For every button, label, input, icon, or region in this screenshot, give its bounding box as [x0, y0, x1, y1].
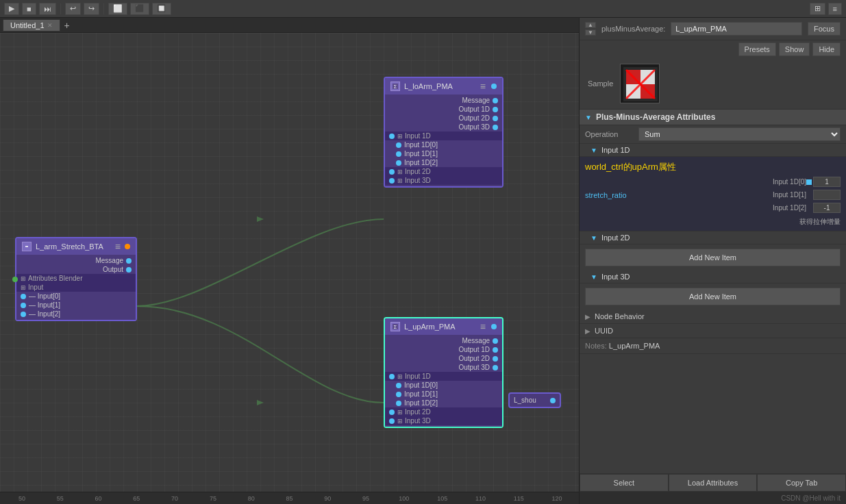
top-toolbar: ▶ ■ ⏭ ↩ ↪ ⬜ ⬛ 🔲 ⊞ ≡: [0, 0, 846, 18]
node-menu-loarm[interactable]: ≡: [480, 81, 486, 92]
port-row-in1d0-loarm: Input 1D[0]: [385, 140, 502, 149]
port-row-in1d1-uparm: Input 1D[1]: [385, 390, 502, 399]
arrow-up-btn[interactable]: ▲: [585, 22, 596, 28]
ruler-65: 65: [117, 495, 155, 502]
port-in3d-sect-uparm: [389, 418, 395, 424]
operation-row: Operation Sum Subtract Average: [580, 125, 846, 144]
port-label-in1d2-uparm: Input 1D[2]: [404, 399, 438, 407]
bottom-btns: Select Load Attributes Copy Tab: [580, 473, 846, 492]
section-input2d-uparm: ⊞ Input 2D: [385, 407, 502, 416]
select-btn[interactable]: Select: [580, 474, 669, 492]
toolbar-btn-8[interactable]: 🔲: [152, 3, 171, 15]
operation-select[interactable]: Sum Subtract Average: [638, 127, 841, 141]
input-1d-field-0[interactable]: [813, 177, 841, 187]
panel-field-input[interactable]: [671, 22, 802, 36]
input-1d-row-1: Input 1D[1]: [773, 189, 841, 201]
port-lshou: [550, 398, 556, 403]
subsection-3d-triangle: ▼: [590, 273, 597, 281]
subsection-1d-label: Input 1D: [601, 146, 630, 154]
section-icon-1d-uparm: ⊞: [397, 373, 403, 380]
port-row-out3d-uparm: Output 3D: [385, 363, 502, 372]
ruler-90: 90: [308, 495, 347, 502]
section-input3d-uparm: ⊞ Input 3D: [385, 416, 502, 425]
main-area: Untitled_1 ✕ +: [0, 18, 846, 504]
section-icon-input: ⊞: [21, 284, 26, 291]
port-row-out1d-loarm: Output 1D: [385, 105, 502, 114]
tab-bar: Untitled_1 ✕ +: [0, 18, 579, 33]
node-uparm-body: Message Output 1D Output 2D Output: [385, 335, 502, 427]
uuid-header[interactable]: ▶ UUID: [580, 324, 846, 338]
annotation-text: 获得拉伸增量: [799, 216, 841, 227]
sample-thumb: [620, 64, 660, 103]
port-in2d-sect-loarm: [389, 169, 395, 175]
port-in1d-sect-loarm: [389, 134, 395, 139]
presets-btn[interactable]: Presets: [738, 42, 776, 56]
node-menu-uparm[interactable]: ≡: [480, 321, 486, 332]
port-in1d2-dot-loarm: [396, 160, 401, 166]
add-new-item-btn-2d[interactable]: Add New Item: [585, 249, 841, 266]
section-icon-attr: ⊞: [21, 275, 26, 282]
ruler-55: 55: [41, 495, 79, 502]
subsection-input3d[interactable]: ▼ Input 3D: [580, 270, 846, 284]
tab-untitled1[interactable]: Untitled_1 ✕: [3, 19, 60, 32]
section-input1d-loarm: ⊞ Input 1D: [385, 131, 502, 140]
port-left-stretch: [12, 277, 18, 282]
show-btn[interactable]: Show: [779, 42, 810, 56]
toolbar-btn-5[interactable]: ↪: [84, 3, 99, 15]
node-loarm-pma[interactable]: Σ L_loArm_PMA ≡ Message Output 1D: [384, 77, 503, 188]
node-uparm-pma[interactable]: Σ L_upArm_PMA ≡ Message Output 1D: [384, 317, 503, 428]
subsection-input2d[interactable]: ▼ Input 2D: [580, 231, 846, 244]
port-label-in1d0-uparm: Input 1D[0]: [404, 381, 438, 389]
input-1d-label-1: Input 1D[1]: [773, 191, 806, 199]
toolbar-btn-3[interactable]: ⏭: [39, 3, 56, 15]
input-1d-val-0-container: [806, 177, 841, 187]
port-label-msg-uparm: Message: [462, 337, 490, 344]
canvas-wrapper: Untitled_1 ✕ +: [0, 18, 579, 504]
input-1d-field-2[interactable]: [813, 203, 841, 213]
input-1d-val-1-container: [813, 190, 841, 200]
toolbar-btn-4[interactable]: ↩: [65, 3, 81, 15]
node-menu-stretch[interactable]: ≡: [115, 241, 121, 252]
focus-btn[interactable]: Focus: [808, 22, 841, 36]
input-1d-field-1[interactable]: [813, 190, 841, 200]
hide-btn[interactable]: Hide: [812, 42, 841, 56]
port-label-out3d-uparm: Output 3D: [458, 364, 490, 371]
node-icon-loarm: Σ: [390, 81, 400, 91]
node-uparm-header: Σ L_upArm_PMA ≡: [385, 318, 502, 335]
attr-section-label: Plus-Minus-Average Attributes: [596, 112, 715, 122]
port-label-out2d-uparm: Output 2D: [458, 355, 490, 362]
tab-label: Untitled_1: [10, 21, 45, 29]
attr-section-header[interactable]: ▼ Plus-Minus-Average Attributes: [580, 110, 846, 125]
toolbar-btn-6[interactable]: ⬜: [108, 3, 127, 15]
port-label-out1d-uparm: Output 1D: [458, 346, 490, 353]
tab-close[interactable]: ✕: [47, 22, 53, 29]
node-lshou-partial: L_shou: [508, 392, 561, 408]
port-label-out3d-loarm: Output 3D: [458, 123, 490, 131]
subsection-input1d[interactable]: ▼ Input 1D: [580, 144, 846, 157]
port-row-message-loarm: Message: [385, 96, 502, 105]
port-label-msg-loarm: Message: [462, 97, 490, 104]
section-input-stretch: ⊞ Input: [16, 283, 136, 292]
port-out3d-dot-uparm: [493, 365, 498, 370]
arrow-down-btn[interactable]: ▼: [585, 29, 596, 36]
bottom-ruler: 50 55 60 65 70 75 80 85 90 95 100 105 11…: [0, 492, 579, 504]
copy-tab-btn[interactable]: Copy Tab: [757, 474, 846, 492]
section-label-input: Input: [28, 284, 43, 291]
port-label-input0: — Input[0]: [29, 292, 60, 300]
node-behavior-header[interactable]: ▶ Node Behavior: [580, 310, 846, 323]
toolbar-btn-more[interactable]: ≡: [828, 3, 842, 15]
node-icon-stretch: [22, 242, 32, 251]
node-stretch-bta[interactable]: L_arm_Stretch_BTA ≡ Message Output: [15, 237, 137, 321]
port-in1d2-dot-uparm: [396, 401, 401, 406]
node-canvas[interactable]: L_arm_Stretch_BTA ≡ Message Output: [0, 33, 579, 504]
attr-section-triangle: ▼: [585, 114, 592, 121]
toolbar-btn-7[interactable]: ⬛: [130, 3, 149, 15]
port-label-in1d2-loarm: Input 1D[2]: [404, 159, 438, 166]
section-icon-3d-uparm: ⊞: [397, 418, 403, 425]
load-attributes-btn[interactable]: Load Attributes: [669, 474, 758, 492]
tab-add-btn[interactable]: +: [60, 18, 74, 32]
toolbar-btn-grid[interactable]: ⊞: [810, 3, 825, 15]
add-new-item-btn-3d[interactable]: Add New Item: [585, 288, 841, 305]
toolbar-btn-1[interactable]: ▶: [4, 3, 19, 15]
toolbar-btn-2[interactable]: ■: [22, 3, 36, 15]
